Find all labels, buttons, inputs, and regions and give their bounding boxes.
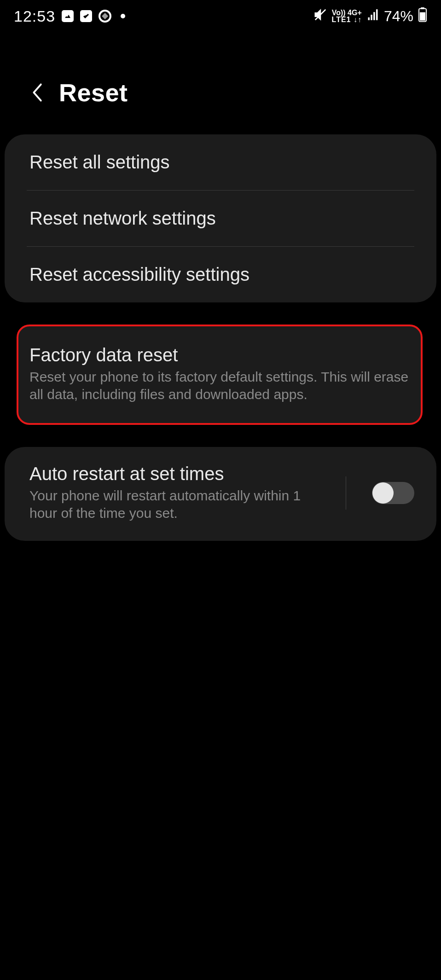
row-description: Reset your phone to its factory default … xyxy=(29,368,410,404)
network-indicator: Vo)) 4G+ LTE1 ↓↑ xyxy=(332,9,362,23)
toggle-knob xyxy=(372,482,394,504)
mute-icon xyxy=(313,8,327,25)
reset-options-group: Reset all settings Reset network setting… xyxy=(5,134,436,302)
svg-rect-1 xyxy=(421,7,424,9)
reset-accessibility-settings-row[interactable]: Reset accessibility settings xyxy=(5,247,436,302)
auto-restart-toggle[interactable] xyxy=(372,482,414,504)
row-label: Factory data reset xyxy=(29,345,410,365)
row-label: Auto restart at set times xyxy=(29,464,326,484)
network-top-label: Vo)) 4G+ xyxy=(332,9,362,16)
svg-rect-2 xyxy=(420,12,425,20)
page-title: Reset xyxy=(59,78,128,107)
gallery-icon xyxy=(62,10,74,22)
network-bottom-label: LTE1 ↓↑ xyxy=(332,16,362,23)
more-notifications-icon xyxy=(121,14,125,18)
battery-icon xyxy=(418,7,427,25)
row-label: Reset all settings xyxy=(29,152,170,173)
back-button[interactable] xyxy=(28,83,46,102)
reset-network-settings-row[interactable]: Reset network settings xyxy=(5,191,436,246)
battery-percentage: 74% xyxy=(384,8,413,25)
status-bar: 12:53 Vo)) 4G+ LTE1 ↓↑ 74% xyxy=(0,0,441,32)
row-description: Your phone will restart automatically wi… xyxy=(29,487,326,522)
signal-icon xyxy=(366,8,379,24)
divider xyxy=(346,476,346,510)
row-label: Reset network settings xyxy=(29,208,216,229)
reset-all-settings-row[interactable]: Reset all settings xyxy=(5,134,436,190)
page-header: Reset xyxy=(0,32,441,134)
app-update-icon xyxy=(99,10,111,23)
factory-data-reset-row[interactable]: Factory data reset Reset your phone to i… xyxy=(17,325,423,425)
auto-restart-group: Auto restart at set times Your phone wil… xyxy=(5,447,436,541)
auto-restart-row[interactable]: Auto restart at set times Your phone wil… xyxy=(5,447,436,541)
download-done-icon xyxy=(80,10,92,22)
status-clock: 12:53 xyxy=(14,7,55,25)
chevron-left-icon xyxy=(30,82,43,103)
row-label: Reset accessibility settings xyxy=(29,264,250,285)
